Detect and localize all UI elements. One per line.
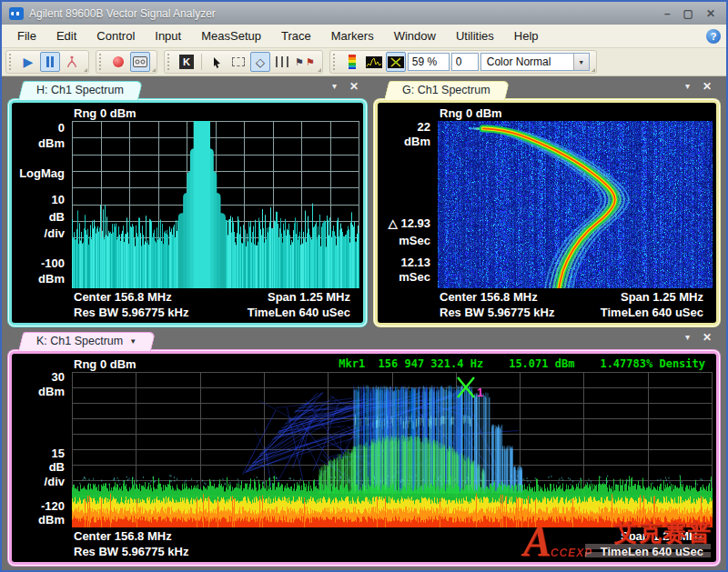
density-plot-k[interactable] — [72, 372, 713, 527]
span-value: Span 1.25 MHz — [621, 290, 703, 305]
toolbar-grip[interactable] — [167, 54, 172, 70]
color-mode-value: Color Normal — [481, 55, 573, 68]
spectrogram-view-button[interactable] — [386, 52, 406, 72]
toolbar-group-display: Color Normal ▼ — [329, 50, 597, 74]
maximize-icon[interactable]: ▢ — [683, 8, 693, 19]
tape-icon — [133, 56, 147, 67]
y-axis-label: -120 — [41, 499, 65, 513]
menu-markers[interactable]: Markers — [321, 25, 384, 46]
y-axis-label: dB — [49, 460, 65, 474]
y-axis-label: dBm — [404, 135, 430, 148]
toolbar-group-markers: K ◇ ⚑⚑ — [164, 50, 323, 74]
y-axis-label: 15 — [52, 446, 65, 459]
color-scale-button[interactable] — [342, 52, 362, 72]
marker-level: 15.071 dBm — [509, 357, 574, 370]
pointer-tool-button[interactable] — [207, 52, 227, 72]
menu-input[interactable]: Input — [145, 25, 191, 46]
panel-g-body: Rng 0 dBm 22dBm△ 12.93mSec12.13mSec Cent… — [375, 100, 719, 326]
play-button[interactable]: ▶ — [18, 52, 38, 72]
menu-control[interactable]: Control — [86, 25, 145, 46]
center-freq: Center 156.8 MHz — [74, 529, 172, 544]
help-icon[interactable]: ? — [706, 29, 721, 44]
playback-tape-button[interactable] — [130, 52, 150, 72]
panel-close-icon[interactable]: ✕ — [703, 81, 712, 92]
flag-icon: ⚑ — [306, 56, 315, 68]
menu-meassetup[interactable]: MeasSetup — [191, 25, 271, 46]
menu-trace[interactable]: Trace — [271, 25, 321, 46]
tab-k-ch1-spectrum[interactable]: K: Ch1 Spectrum ▼ — [18, 332, 151, 351]
record-button[interactable] — [108, 52, 128, 72]
zoom-select-button[interactable] — [228, 52, 248, 72]
toolbar-group-control: ▶ — [5, 50, 89, 74]
bottom-panel-row: K: Ch1 Spectrum ▼ ▾ ✕ Rng 0 dBm Mkr1 156… — [9, 331, 719, 565]
density-canvas-k[interactable] — [72, 372, 713, 527]
spectrogram-plot-g[interactable] — [438, 121, 713, 288]
y-axis-label: mSec — [399, 233, 430, 246]
spectrum-icon — [366, 56, 382, 68]
title-bar: Agilent 89600B Vector Signal Analyzer – … — [2, 2, 726, 25]
panel-close-icon[interactable]: ✕ — [349, 81, 359, 92]
trace-k-icon: K — [179, 55, 194, 69]
spectrogram-canvas-g[interactable] — [438, 121, 713, 288]
range-label: Rng 0 dBm — [74, 106, 136, 120]
color-mode-select[interactable]: Color Normal ▼ — [480, 53, 590, 71]
y-axis-labels: 30dBm15dB/div-120dBm — [12, 372, 72, 527]
menu-edit[interactable]: Edit — [46, 25, 86, 46]
menu-file[interactable]: File — [7, 25, 46, 46]
panel-collapse-icon[interactable]: ▾ — [332, 82, 337, 91]
y-axis-label: 22 — [418, 119, 430, 133]
flag-icon: ⚑ — [295, 56, 304, 68]
panel-k-body: Rng 0 dBm Mkr1 156 947 321.4 Hz 15.071 d… — [9, 351, 719, 565]
menu-window[interactable]: Window — [384, 25, 446, 46]
flow-branch-icon — [65, 55, 79, 69]
band-lines-button[interactable] — [272, 52, 292, 72]
toolbar-grip[interactable] — [333, 54, 338, 70]
workspace: H: Ch1 Spectrum ▾ ✕ Rng 0 dBm 0dBmLogMag… — [2, 76, 726, 570]
app-logo-icon — [9, 7, 24, 20]
panel-collapse-icon[interactable]: ▾ — [685, 333, 690, 342]
spectrum-view-button[interactable] — [364, 52, 384, 72]
menu-utilities[interactable]: Utilities — [446, 25, 504, 46]
pause-button[interactable] — [40, 52, 60, 72]
panel-h-controls: ▾ ✕ — [332, 81, 359, 92]
y-axis-label: -100 — [41, 256, 65, 270]
minimize-icon[interactable]: – — [664, 8, 671, 19]
rainbow-scale-icon — [349, 55, 356, 69]
chevron-down-icon[interactable]: ▼ — [573, 54, 589, 70]
average-count-input[interactable] — [451, 53, 479, 71]
menu-help[interactable]: Help — [504, 25, 549, 46]
panel-g-tab-row: G: Ch1 Spectrum ▾ ✕ — [375, 80, 719, 100]
time-len: TimeLen 640 uSec — [248, 306, 350, 320]
trace-k-button[interactable]: K — [177, 52, 197, 72]
plot-region: 30dBm15dB/div-120dBm — [12, 372, 713, 527]
marker-tool-button[interactable]: ◇ — [250, 52, 270, 72]
panel-g-ch1-spectrum: G: Ch1 Spectrum ▾ ✕ Rng 0 dBm 22dBm△ 12.… — [375, 80, 719, 326]
diamond-marker-icon: ◇ — [256, 55, 265, 69]
tab-dropdown-icon[interactable]: ▼ — [129, 337, 136, 346]
play-icon: ▶ — [24, 55, 34, 68]
cursor-icon — [210, 55, 223, 69]
toolbar-grip[interactable] — [9, 54, 14, 70]
tab-g-ch1-spectrum[interactable]: G: Ch1 Spectrum — [384, 81, 505, 100]
res-bw: Res BW 5.96775 kHz — [74, 545, 188, 559]
spectrogram-icon — [388, 56, 404, 68]
panel-close-icon[interactable]: ✕ — [703, 332, 712, 343]
persistence-percent-input[interactable] — [408, 53, 450, 71]
spectrum-plot-h[interactable] — [72, 121, 359, 288]
spectrum-canvas-h[interactable] — [72, 121, 359, 288]
marker-flags-button[interactable]: ⚑⚑ — [294, 52, 316, 72]
pause-icon — [46, 56, 49, 67]
y-axis-label: LogMag — [19, 166, 65, 180]
range-row: Rng 0 dBm Mkr1 156 947 321.4 Hz 15.071 d… — [12, 356, 713, 372]
y-axis-label: dBm — [38, 135, 65, 149]
tab-h-ch1-spectrum[interactable]: H: Ch1 Spectrum — [18, 81, 138, 100]
demod-flow-button[interactable] — [62, 52, 82, 72]
time-len: TimeLen 640 uSec — [601, 545, 703, 559]
y-axis-labels: 0dBmLogMag10dB/div-100dBm — [12, 121, 72, 288]
toolbar-grip[interactable] — [99, 54, 104, 70]
panel-k-tab-row: K: Ch1 Spectrum ▼ ▾ ✕ — [9, 331, 719, 351]
panel-k-ch1-spectrum: K: Ch1 Spectrum ▼ ▾ ✕ Rng 0 dBm Mkr1 156… — [9, 331, 719, 565]
close-icon[interactable]: ✕ — [706, 8, 715, 19]
time-len: TimeLen 640 uSec — [601, 306, 703, 320]
panel-collapse-icon[interactable]: ▾ — [685, 82, 690, 91]
